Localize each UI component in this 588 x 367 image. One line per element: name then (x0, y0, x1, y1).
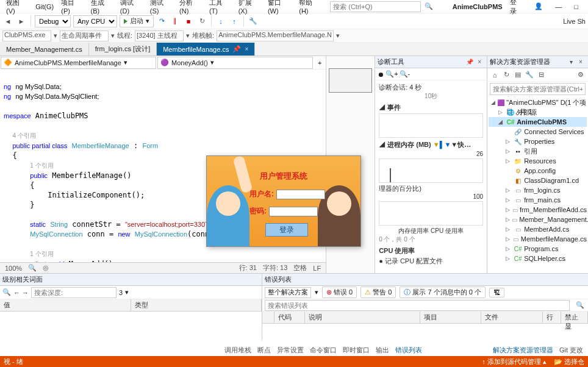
tab-frm-login[interactable]: frm_login.cs [设计] (89, 43, 157, 55)
messages-pill[interactable]: ⓘ展示 7 个消息中的 0 个 (400, 287, 485, 298)
class-nav-combo[interactable]: 🔶AnimeClubPMS.MemberfileManage ▾ (1, 57, 156, 69)
close-icon[interactable]: × (475, 58, 484, 66)
close-icon[interactable]: × (576, 58, 585, 66)
menu-test[interactable]: 测试(S) (146, 0, 176, 16)
pause-icon[interactable]: ∥ (170, 16, 181, 27)
tab-callstack[interactable]: 调用堆栈 (224, 346, 251, 355)
menu-extensions[interactable]: 扩展(X) (235, 0, 264, 16)
home-icon[interactable]: ⌂ (490, 70, 500, 80)
menu-view[interactable]: 视图(V) (2, 0, 32, 16)
nav-fwd-icon[interactable]: ► (16, 16, 27, 27)
platform-combo[interactable]: Any CPU (73, 15, 117, 27)
solution-search-input[interactable] (490, 83, 586, 95)
menu-git[interactable]: Git(G) (32, 2, 57, 12)
search-icon[interactable]: 🔍 (2, 288, 11, 296)
settings-icon[interactable]: ⚙ (576, 70, 586, 80)
pin-icon[interactable]: 📌 (232, 45, 241, 53)
events-chart[interactable] (379, 113, 483, 138)
add-icon[interactable]: + (314, 59, 326, 66)
restart-icon[interactable]: ↻ (196, 16, 207, 27)
build-filter[interactable]: 🏗 (489, 288, 504, 298)
pin-icon[interactable]: ▾ (567, 58, 575, 66)
sync-icon[interactable]: ↻ (501, 70, 511, 80)
errors-pill[interactable]: ⊗错误 0 (322, 287, 357, 298)
menu-tools[interactable]: 工具(T) (206, 0, 235, 16)
config-combo[interactable]: Debug (35, 15, 71, 27)
errors-search-input[interactable] (265, 300, 570, 311)
memory-chart[interactable] (379, 159, 483, 183)
col-value[interactable]: 值 (0, 299, 131, 311)
app-title: AnimeClubPMS (449, 2, 506, 12)
locals-title: 级别相关词面 (2, 275, 43, 284)
menu-window[interactable]: 窗口(W) (264, 0, 295, 16)
step-into-icon[interactable]: ↓ (215, 16, 226, 27)
close-tab-icon[interactable]: × (245, 46, 248, 52)
start-debug-button[interactable]: 启动 ▾ (120, 15, 154, 27)
thread-combo[interactable]: [3240] 主线程 (135, 30, 184, 41)
source-control[interactable]: ↑ 添加到源代码管理 ▴ (482, 357, 547, 366)
locals-search-input[interactable] (31, 287, 117, 298)
project-node[interactable]: ◢C#AnimeClubPMS (489, 117, 587, 127)
tab-errorlist[interactable]: 错误列表 (395, 346, 422, 355)
solution-title: 解决方案资源管理器 (490, 57, 550, 66)
lifecycle-combo[interactable]: 生命周期事件 (60, 30, 109, 41)
menu-debug[interactable]: 调试(D) (117, 0, 146, 16)
menu-help[interactable]: 帮助(H) (295, 0, 325, 16)
tab-solution-explorer[interactable]: 解决方案资源管理器 (493, 346, 553, 355)
member-nav-combo[interactable]: 🟣MoneyAdd() ▾ (157, 57, 313, 69)
search-icon[interactable]: 🔍 (421, 1, 437, 12)
tab-member-management[interactable]: Member_Management.cs (0, 43, 89, 55)
warnings-pill[interactable]: ⚠警告 0 (360, 287, 396, 298)
gc-chart[interactable] (379, 201, 483, 226)
toolbox-icon[interactable]: 🔧 (248, 16, 259, 27)
login-dialog: 用户管理系统 用户名: 密码: 登录 (206, 155, 361, 247)
maximize-button[interactable]: □ (570, 2, 582, 12)
tab-git-changes[interactable]: Git 更改 (559, 346, 583, 355)
status-ready: 视 - 绪 (4, 357, 23, 366)
tab-exceptions[interactable]: 异常设置 (277, 346, 304, 355)
repo-select[interactable]: 📂 选择仓 (554, 357, 584, 366)
showall-icon[interactable]: ▤ (513, 70, 523, 80)
menu-project[interactable]: 项目(P) (57, 0, 87, 16)
pin-icon[interactable]: 📌 (465, 58, 474, 66)
col-type[interactable]: 类型 (131, 299, 262, 311)
cursor-line: 行: 31 (239, 263, 257, 273)
stackframe-combo[interactable]: AnimeClubPMS.MemberfileManage.N (217, 30, 334, 41)
login-button[interactable]: 登录 (265, 223, 308, 237)
password-input[interactable] (269, 207, 318, 216)
user-icon[interactable]: 👤 (531, 1, 547, 12)
minimize-button[interactable]: — (551, 2, 565, 12)
diag-zoom-out-icon[interactable]: 🔍- (400, 70, 411, 78)
tab-memberfilemanage[interactable]: MemberfileManage.cs📌× (157, 43, 255, 55)
separator (30, 16, 31, 27)
stackframe-label: 堆栈帧: (192, 31, 214, 40)
username-input[interactable] (276, 190, 325, 199)
step-over-icon[interactable]: ↷ (156, 16, 167, 27)
thread-label: 线程: (117, 31, 132, 40)
tab-output[interactable]: 输出 (376, 346, 389, 355)
scope-combo[interactable]: 整个解决方案 (265, 287, 311, 298)
depth-combo[interactable]: 3 (119, 289, 123, 296)
tab-command[interactable]: 命令窗口 (310, 346, 337, 355)
diag-zoom-in-icon[interactable]: 🔍+ (385, 70, 398, 78)
line-ending: LF (313, 265, 321, 272)
spaces: 空格 (293, 263, 307, 273)
process-combo[interactable]: ClubPMS.exe (2, 30, 51, 41)
nav-back-icon[interactable]: ◄ (2, 16, 13, 27)
stop-icon[interactable]: ■ (183, 16, 194, 27)
tab-immediate[interactable]: 即时窗口 (343, 346, 370, 355)
global-search-input[interactable] (330, 1, 421, 12)
solution-tree[interactable]: ◢🟪解决方案 "AnimeClubPMS" D(1 个项目，共 1 ▷🌐外部源 … (487, 96, 588, 273)
sign-in-link[interactable]: 登录 (506, 0, 526, 17)
password-label: 密码: (249, 206, 267, 216)
menu-build[interactable]: 生成(B) (87, 0, 117, 16)
menu-analyze[interactable]: 分析(N) (176, 0, 206, 16)
step-out-icon[interactable]: ↑ (229, 16, 240, 27)
errors-title: 错误列表 (265, 275, 292, 284)
separator (211, 16, 212, 27)
diag-record-icon[interactable]: ⏺ (378, 71, 384, 78)
tab-breakpoints[interactable]: 断点 (257, 346, 271, 355)
live-share[interactable]: Live Sh (563, 18, 586, 25)
collapse-icon[interactable]: ⊟ (536, 70, 546, 80)
properties-icon[interactable]: 🔧 (525, 70, 534, 80)
